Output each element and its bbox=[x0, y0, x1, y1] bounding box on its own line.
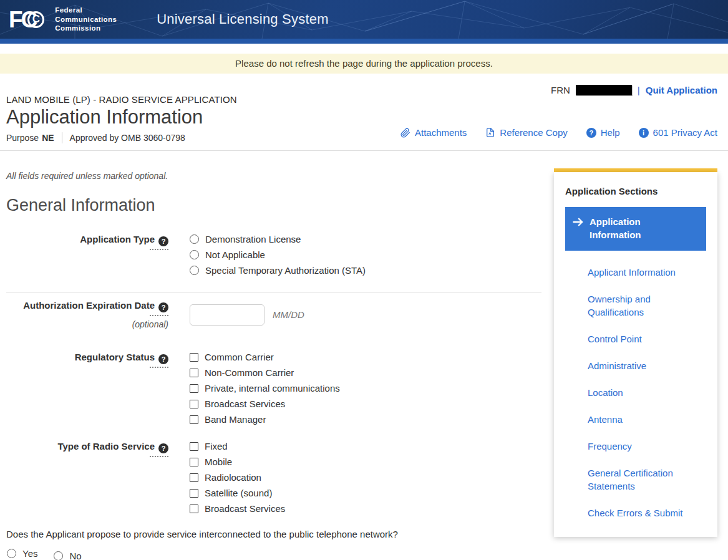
help-label: Help bbox=[601, 127, 620, 138]
radio-service-type-label-text: Type of Radio Service bbox=[57, 441, 155, 451]
sidebar-title: Application Sections bbox=[565, 186, 706, 196]
fixed-checkbox[interactable] bbox=[190, 442, 198, 451]
radio-option-demonstration-license[interactable]: Demonstration License bbox=[190, 234, 541, 244]
reference-copy-link[interactable]: Reference Copy bbox=[485, 127, 567, 138]
authorization-expiration-label-text: Authorization Expiration Date bbox=[23, 300, 155, 311]
radio-service-type-help-icon[interactable]: ? bbox=[158, 443, 168, 453]
checkbox-label: Mobile bbox=[205, 456, 232, 467]
sta-radio[interactable] bbox=[190, 266, 199, 275]
application-type-help-icon[interactable]: ? bbox=[158, 236, 168, 246]
toolbar: Attachments Reference Copy ? Help i 601 … bbox=[400, 127, 717, 138]
privacy-act-link[interactable]: i 601 Privacy Act bbox=[639, 127, 717, 138]
yes-radio[interactable] bbox=[7, 549, 16, 558]
attachments-label: Attachments bbox=[415, 127, 467, 138]
radio-label: Not Applicable bbox=[205, 249, 265, 260]
tooltip-dotted-underline bbox=[150, 249, 168, 250]
band-manager-checkbox[interactable] bbox=[190, 415, 198, 424]
demonstration-license-radio[interactable] bbox=[190, 234, 199, 244]
common-carrier-checkbox[interactable] bbox=[190, 353, 198, 362]
not-applicable-radio[interactable] bbox=[190, 250, 199, 259]
pdf-file-icon bbox=[485, 127, 495, 138]
authorization-expiration-help-icon[interactable]: ? bbox=[158, 302, 168, 312]
regulatory-status-label: Regulatory Status? bbox=[6, 352, 168, 425]
quit-application-link[interactable]: Quit Application bbox=[646, 85, 717, 95]
help-link[interactable]: ? Help bbox=[586, 127, 620, 138]
sidebar-item-administrative[interactable]: Administrative bbox=[588, 359, 704, 372]
satellite-sound-checkbox[interactable] bbox=[190, 489, 198, 498]
sidebar-item-check-errors-submit[interactable]: Check Errors & Submit bbox=[588, 506, 704, 519]
reference-copy-label: Reference Copy bbox=[500, 127, 567, 138]
checkbox-label: Radiolocation bbox=[205, 472, 261, 483]
authorization-expiration-control: MM/DD bbox=[190, 300, 541, 329]
meta-separator: | bbox=[638, 85, 640, 95]
application-sections-sidebar: Application Sections Application Informa… bbox=[554, 168, 717, 537]
non-common-carrier-checkbox[interactable] bbox=[190, 369, 198, 377]
radiolocation-checkbox[interactable] bbox=[190, 473, 198, 482]
frn-redacted-value bbox=[576, 85, 632, 95]
checkbox-option-common-carrier[interactable]: Common Carrier bbox=[190, 352, 541, 362]
checkbox-label: Satellite (sound) bbox=[205, 488, 272, 498]
page-head: FRN | Quit Application LAND MOBILE (LP) … bbox=[0, 74, 728, 150]
mobile-checkbox[interactable] bbox=[190, 458, 198, 466]
checkbox-option-band-manager[interactable]: Band Manager bbox=[190, 414, 541, 425]
regulatory-status-help-icon[interactable]: ? bbox=[158, 354, 168, 364]
radio-label: Special Temporary Authorization (STA) bbox=[205, 265, 366, 276]
tooltip-dotted-underline bbox=[150, 456, 168, 457]
sidebar-item-antenna[interactable]: Antenna bbox=[588, 413, 704, 426]
broadcast-services-type-checkbox[interactable] bbox=[190, 504, 198, 513]
authorization-expiration-input[interactable] bbox=[190, 304, 265, 326]
checkbox-option-broadcast-services-reg[interactable]: Broadcast Services bbox=[190, 398, 541, 409]
application-type-label-text: Application Type bbox=[80, 234, 155, 244]
arrow-right-icon bbox=[573, 216, 583, 241]
checkbox-option-radiolocation[interactable]: Radiolocation bbox=[190, 472, 541, 483]
authorization-expiration-label: Authorization Expiration Date? (optional… bbox=[6, 300, 168, 329]
tooltip-dotted-underline bbox=[150, 367, 168, 368]
tooltip-dotted-underline bbox=[150, 315, 168, 316]
checkbox-option-broadcast-services-type[interactable]: Broadcast Services bbox=[190, 503, 541, 514]
form-section-divider bbox=[6, 292, 541, 292]
application-form: All fields required unless marked option… bbox=[0, 151, 554, 560]
sidebar-item-general-certification-statements[interactable]: General Certification Statements bbox=[588, 466, 704, 493]
attachments-link[interactable]: Attachments bbox=[400, 127, 467, 138]
purpose-label: Purpose bbox=[6, 133, 39, 143]
info-circle-icon: i bbox=[639, 128, 649, 138]
radio-option-not-applicable[interactable]: Not Applicable bbox=[190, 249, 541, 260]
checkbox-label: Band Manager bbox=[205, 414, 266, 425]
radio-option-sta[interactable]: Special Temporary Authorization (STA) bbox=[190, 265, 541, 276]
omb-approval: Approved by OMB 3060-0798 bbox=[70, 133, 185, 143]
sidebar-item-applicant-information[interactable]: Applicant Information bbox=[588, 266, 704, 279]
sidebar-item-frequency[interactable]: Frequency bbox=[588, 440, 704, 453]
purpose-value: NE bbox=[42, 133, 54, 143]
fcc-logo-circled-c: C bbox=[27, 11, 44, 28]
checkbox-option-non-common-carrier[interactable]: Non-Common Carrier bbox=[190, 367, 541, 378]
checkbox-label: Non-Common Carrier bbox=[205, 367, 294, 378]
required-note: All fields required unless marked option… bbox=[6, 171, 541, 181]
checkbox-option-mobile[interactable]: Mobile bbox=[190, 456, 541, 467]
radio-option-yes[interactable]: Yes bbox=[7, 548, 37, 559]
checkbox-label: Broadcast Services bbox=[205, 398, 285, 409]
sidebar-item-application-information-active[interactable]: Application Information bbox=[565, 207, 706, 251]
frn-row: FRN | Quit Application bbox=[551, 85, 717, 95]
radio-option-no[interactable]: No bbox=[54, 548, 81, 560]
radio-service-type-options: Fixed Mobile Radiolocation Satellite (so… bbox=[190, 441, 541, 514]
fcc-logo: F C C bbox=[9, 8, 44, 31]
checkbox-option-satellite-sound[interactable]: Satellite (sound) bbox=[190, 488, 541, 498]
date-format-hint: MM/DD bbox=[273, 309, 304, 320]
no-radio[interactable] bbox=[54, 551, 63, 560]
sidebar-item-control-point[interactable]: Control Point bbox=[588, 332, 704, 345]
sidebar-item-location[interactable]: Location bbox=[588, 386, 704, 399]
checkbox-option-private-internal[interactable]: Private, internal communications bbox=[190, 383, 541, 393]
sidebar-item-ownership-and-qualifications[interactable]: Ownership and Qualifications bbox=[588, 292, 704, 319]
radio-label: No bbox=[69, 551, 81, 560]
radio-service-type-row: Type of Radio Service? Fixed Mobile Radi… bbox=[6, 441, 541, 514]
page-title: Application Information bbox=[6, 106, 717, 128]
notice-banner: Please do not refresh the page during th… bbox=[0, 54, 728, 74]
private-internal-checkbox[interactable] bbox=[190, 384, 198, 393]
application-type-options: Demonstration License Not Applicable Spe… bbox=[190, 234, 541, 276]
agency-name: Federal Communications Commission bbox=[55, 6, 117, 34]
agency-line-3: Commission bbox=[55, 24, 117, 33]
checkbox-label: Fixed bbox=[205, 441, 228, 451]
checkbox-option-fixed[interactable]: Fixed bbox=[190, 441, 541, 451]
broadcast-services-reg-checkbox[interactable] bbox=[190, 400, 198, 408]
system-title: Universal Licensing System bbox=[157, 11, 328, 27]
